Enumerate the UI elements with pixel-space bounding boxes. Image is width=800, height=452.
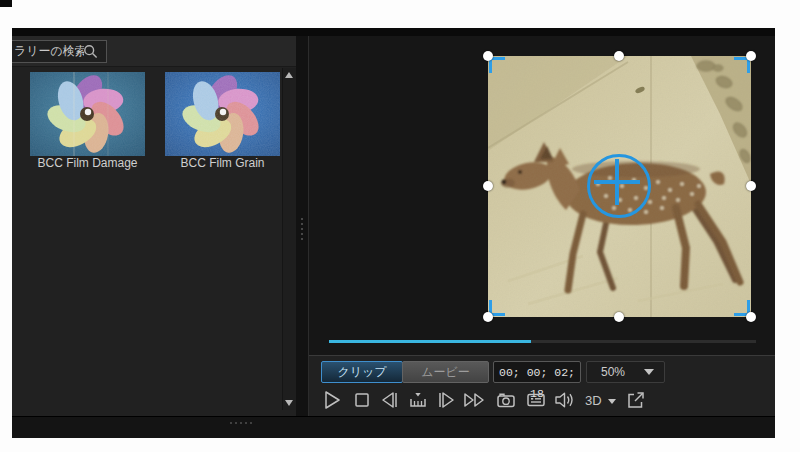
- screenshot-root: BCC Film Damage: [0, 0, 800, 452]
- tab-movie[interactable]: ムービー: [402, 361, 489, 383]
- video-frame[interactable]: [488, 56, 751, 317]
- selection-handle-n[interactable]: [614, 51, 624, 61]
- selection-handle-se[interactable]: [746, 312, 756, 322]
- search-field[interactable]: [12, 40, 107, 63]
- fast-forward-button[interactable]: [463, 389, 487, 413]
- marker-step-button[interactable]: [407, 389, 431, 413]
- search-input[interactable]: [14, 41, 84, 62]
- effect-label: BCC Film Grain: [157, 156, 288, 170]
- search-icon[interactable]: [83, 44, 98, 59]
- seek-progress: [329, 340, 531, 343]
- stop-button[interactable]: [351, 389, 375, 413]
- next-frame-button[interactable]: [435, 389, 459, 413]
- selection-handle-nw[interactable]: [483, 51, 493, 61]
- effect-thumbnail-film-grain[interactable]: [165, 72, 280, 156]
- selection-handle-ne[interactable]: [746, 51, 756, 61]
- tab-clip[interactable]: クリップ: [321, 361, 403, 383]
- bottom-resize-bar[interactable]: [12, 416, 775, 438]
- selection-handle-e[interactable]: [746, 181, 756, 191]
- threed-label: 3D: [585, 393, 602, 408]
- volume-button[interactable]: [553, 389, 577, 413]
- snapshot-button[interactable]: [495, 389, 519, 413]
- dropdown-arrow-icon: [608, 399, 616, 404]
- selection-handle-w[interactable]: [483, 181, 493, 191]
- selection-handle-sw[interactable]: [483, 312, 493, 322]
- zoom-select[interactable]: 50%: [586, 361, 665, 383]
- preview-quality-button[interactable]: [525, 389, 549, 413]
- playback-controls: クリップ ムービー 00; 00; 02; 18 50%: [309, 355, 775, 417]
- timecode-display[interactable]: 00; 00; 02; 18: [493, 361, 581, 383]
- library-search-row: [12, 36, 296, 67]
- previous-frame-button[interactable]: [379, 389, 403, 413]
- library-scrollbar[interactable]: [282, 68, 296, 410]
- threed-button[interactable]: 3D: [585, 389, 625, 413]
- effect-thumbnail-film-damage[interactable]: [30, 72, 145, 156]
- scroll-up-icon[interactable]: [285, 72, 293, 78]
- effect-item-film-grain[interactable]: BCC Film Grain: [157, 72, 288, 170]
- selection-handle-s[interactable]: [614, 312, 624, 322]
- app-window: BCC Film Damage: [12, 28, 775, 438]
- library-panel: BCC Film Damage: [12, 36, 296, 416]
- seek-bar[interactable]: [329, 340, 756, 343]
- preview-panel: クリップ ムービー 00; 00; 02; 18 50%: [308, 36, 775, 416]
- panel-top-border: [12, 28, 775, 36]
- window-corner-fragment: [0, 0, 12, 7]
- rotation-anchor-ring[interactable]: [587, 154, 651, 218]
- dropdown-arrow-icon: [644, 369, 654, 375]
- effect-item-film-damage[interactable]: BCC Film Damage: [22, 72, 153, 170]
- undock-button[interactable]: [625, 389, 649, 413]
- scroll-down-icon[interactable]: [285, 400, 293, 406]
- panel-splitter[interactable]: [296, 36, 308, 416]
- anchor-crosshair-icon: [615, 159, 619, 205]
- zoom-value: 50%: [601, 362, 625, 382]
- play-button[interactable]: [321, 389, 345, 413]
- effect-label: BCC Film Damage: [22, 156, 153, 170]
